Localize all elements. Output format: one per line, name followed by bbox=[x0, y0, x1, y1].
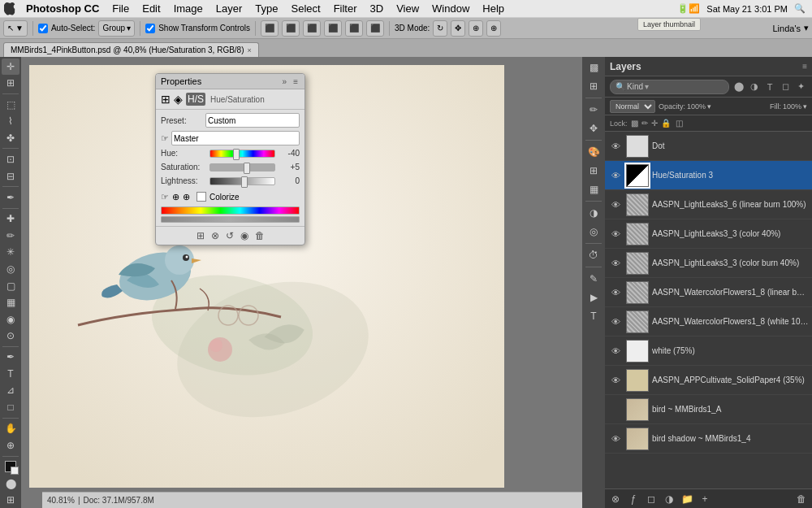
filter-shape-icon[interactable]: ◻ bbox=[779, 80, 792, 93]
pen-tool[interactable]: ✒ bbox=[2, 350, 19, 366]
layer-visibility[interactable] bbox=[608, 402, 623, 417]
preset-dropdown[interactable]: Custom bbox=[205, 113, 300, 128]
lightness-slider-thumb[interactable] bbox=[241, 176, 248, 188]
add-style-button[interactable]: ƒ bbox=[626, 492, 641, 506]
filter-type-icon[interactable]: T bbox=[763, 80, 776, 93]
brush-tool[interactable]: ✏ bbox=[2, 228, 19, 244]
perspective-tool[interactable]: ⊟ bbox=[2, 168, 19, 185]
panel-menu-button[interactable]: ≡ bbox=[292, 77, 300, 86]
move-tool[interactable]: ✛ bbox=[2, 59, 19, 75]
menu-help[interactable]: Help bbox=[476, 0, 511, 18]
menu-select[interactable]: Select bbox=[284, 0, 326, 18]
visibility-eye-icon[interactable]: 👁 bbox=[611, 376, 620, 385]
properties-layers-icon[interactable]: ⊞ bbox=[161, 93, 171, 106]
lock-artboard-icon[interactable]: ◫ bbox=[676, 119, 683, 128]
visibility-eye-icon[interactable]: 👁 bbox=[611, 200, 620, 210]
timeline-right[interactable]: ⏱ bbox=[585, 246, 603, 264]
lightness-slider-track[interactable] bbox=[209, 177, 275, 185]
panel-visibility-icon[interactable]: ◉ bbox=[240, 230, 248, 241]
visibility-eye-icon[interactable]: 👁 bbox=[611, 346, 620, 356]
workspace-menu[interactable]: ▾ bbox=[804, 23, 809, 33]
fill-arrow[interactable]: ▾ bbox=[803, 102, 807, 111]
align-center-h[interactable]: ⬛ bbox=[282, 20, 300, 37]
align-bottom[interactable]: ⬛ bbox=[366, 20, 384, 37]
add-group-button[interactable]: 📁 bbox=[680, 492, 694, 506]
histogram-tool[interactable]: ▩ bbox=[585, 59, 603, 76]
swatches-right[interactable]: ⊞ bbox=[585, 162, 603, 180]
layer-item[interactable]: 👁 Dot bbox=[605, 132, 812, 161]
align-center-v[interactable]: ⬛ bbox=[345, 20, 363, 37]
adjustment-layer-button[interactable]: ◑ bbox=[662, 492, 676, 506]
history-brush[interactable]: ◎ bbox=[2, 261, 19, 277]
adjustments-right[interactable]: ◑ bbox=[585, 204, 603, 222]
panel-delete-icon[interactable]: 🗑 bbox=[255, 230, 265, 241]
menu-image[interactable]: Image bbox=[167, 0, 209, 18]
colorize-checkbox[interactable] bbox=[197, 192, 206, 202]
panel-reset-icon[interactable]: ↺ bbox=[226, 230, 234, 241]
filter-adjust-icon[interactable]: ◑ bbox=[748, 80, 761, 93]
marquee-tool[interactable]: ⬚ bbox=[2, 97, 19, 113]
foreground-color[interactable] bbox=[2, 459, 19, 475]
eyedropper-tool[interactable]: ✒ bbox=[2, 189, 19, 206]
layer-visibility[interactable]: 👁 bbox=[608, 344, 623, 358]
characters-right[interactable]: T bbox=[585, 307, 603, 325]
menu-file[interactable]: File bbox=[106, 0, 136, 18]
menu-window[interactable]: Window bbox=[425, 0, 476, 18]
visibility-eye-icon[interactable]: 👁 bbox=[611, 434, 620, 444]
actions-right[interactable]: ▶ bbox=[585, 289, 603, 306]
visibility-eye-icon[interactable]: 👁 bbox=[611, 317, 620, 327]
quick-select-tool[interactable]: ✤ bbox=[2, 130, 19, 146]
layer-item[interactable]: bird ~ MMBirds1_A bbox=[605, 395, 812, 424]
layer-item[interactable]: 👁 AASPN_WatercolorFlowers1_8 (white 100%… bbox=[605, 307, 812, 336]
color-picker-right[interactable]: 🎨 bbox=[585, 143, 603, 161]
layers-filter-type[interactable]: 🔍 Kind ▾ bbox=[610, 80, 729, 94]
menu-3d[interactable]: 3D bbox=[364, 0, 391, 18]
layer-item[interactable]: 👁 white (75%) bbox=[605, 336, 812, 366]
blur-tool[interactable]: ◉ bbox=[2, 311, 19, 328]
visibility-eye-icon[interactable]: 👁 bbox=[611, 229, 620, 239]
new-layer-button[interactable]: + bbox=[698, 492, 712, 506]
eraser-tool[interactable]: ▢ bbox=[2, 278, 19, 294]
path-select-tool[interactable]: ⊿ bbox=[2, 383, 19, 399]
layer-item[interactable]: 👁 AASPN_LightLeaks3_3 (color burn 40%) bbox=[605, 249, 812, 278]
show-transform-checkbox[interactable] bbox=[145, 24, 155, 33]
filter-pixel-icon[interactable]: ⬤ bbox=[732, 80, 745, 93]
lasso-tool[interactable]: ⌇ bbox=[2, 113, 19, 129]
lock-move-icon[interactable]: ✛ bbox=[651, 119, 658, 128]
link-layers-button[interactable]: ⊗ bbox=[608, 492, 623, 506]
layer-visibility[interactable]: 👁 bbox=[608, 285, 623, 300]
delete-layer-button[interactable]: 🗑 bbox=[794, 492, 809, 506]
3d-extra[interactable]: ⊕ bbox=[486, 20, 501, 37]
hand-icon[interactable]: ☞ bbox=[161, 133, 169, 144]
menu-type[interactable]: Type bbox=[248, 0, 284, 18]
brush-settings[interactable]: ✏ bbox=[585, 101, 603, 119]
hue-value[interactable]: -40 bbox=[275, 149, 300, 158]
layer-visibility[interactable]: 👁 bbox=[608, 373, 623, 388]
panel-expand-button[interactable]: » bbox=[281, 77, 289, 86]
3d-rotate[interactable]: ↻ bbox=[433, 20, 447, 37]
auto-select-dropdown[interactable]: Group ▾ bbox=[98, 20, 135, 37]
apple-logo[interactable] bbox=[0, 0, 19, 18]
filter-smart-icon[interactable]: ✦ bbox=[794, 80, 807, 93]
layer-item[interactable]: 👁 AASPN_WatercolorFlowers1_8 (linear bur… bbox=[605, 278, 812, 307]
lightness-value[interactable]: 0 bbox=[275, 176, 300, 185]
menu-layer[interactable]: Layer bbox=[209, 0, 249, 18]
align-left[interactable]: ⬛ bbox=[261, 20, 279, 37]
dodge-tool[interactable]: ⊙ bbox=[2, 328, 19, 344]
layers-panel-close[interactable]: ≡ bbox=[802, 62, 807, 71]
add-mask-button[interactable]: ◻ bbox=[644, 492, 659, 506]
layer-visibility[interactable]: 👁 bbox=[608, 315, 623, 329]
saturation-slider-thumb[interactable] bbox=[244, 163, 250, 174]
crop-tool[interactable]: ⊡ bbox=[2, 151, 19, 167]
visibility-eye-icon[interactable]: 👁 bbox=[611, 258, 620, 268]
lock-transparency-icon[interactable]: ▩ bbox=[631, 119, 638, 128]
sample-once-icon[interactable]: ⊕ bbox=[172, 192, 179, 202]
opacity-value[interactable]: 100% bbox=[687, 102, 706, 111]
saturation-slider-track[interactable] bbox=[209, 163, 275, 172]
lock-paint-icon[interactable]: ✏ bbox=[641, 119, 648, 128]
fill-value[interactable]: 100% bbox=[783, 102, 801, 111]
layer-visibility[interactable]: 👁 bbox=[608, 227, 623, 241]
notes-right[interactable]: ✎ bbox=[585, 270, 603, 288]
colorize-hand-icon[interactable]: ☞ bbox=[161, 192, 169, 202]
clone-source[interactable]: ✥ bbox=[585, 119, 603, 137]
